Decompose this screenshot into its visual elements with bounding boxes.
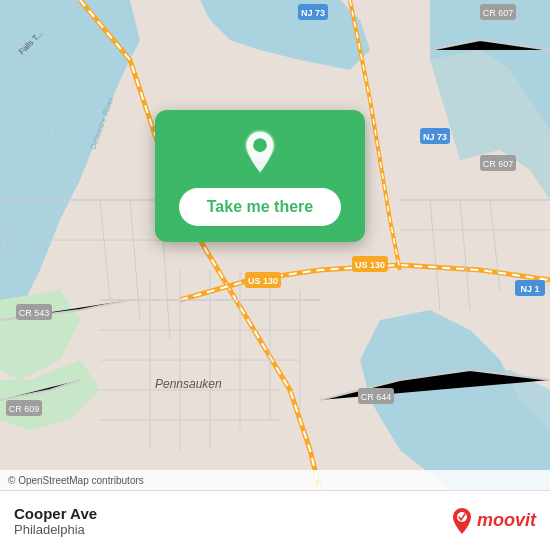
svg-text:CR 607: CR 607: [483, 8, 514, 18]
moovit-logo: moovit: [451, 507, 536, 535]
moovit-brand-name: moovit: [477, 510, 536, 531]
location-name: Cooper Ave: [14, 505, 97, 522]
attribution-text: © OpenStreetMap contributors: [8, 475, 144, 486]
svg-text:CR 543: CR 543: [19, 308, 50, 318]
svg-text:US 130: US 130: [248, 276, 278, 286]
attribution-bar: © OpenStreetMap contributors: [0, 470, 550, 490]
popup-card: Take me there: [155, 110, 365, 242]
svg-text:CR 607: CR 607: [483, 159, 514, 169]
svg-text:NJ 73: NJ 73: [423, 132, 447, 142]
svg-point-49: [253, 138, 267, 152]
map-background: Falls T... Delaware River US 130 US 130 …: [0, 0, 550, 490]
take-me-there-button[interactable]: Take me there: [179, 188, 341, 226]
location-pin-icon: [236, 128, 284, 176]
svg-text:NJ 73: NJ 73: [301, 8, 325, 18]
svg-text:Pennsauken: Pennsauken: [155, 377, 222, 391]
svg-text:US 130: US 130: [355, 260, 385, 270]
location-info: Cooper Ave Philadelphia: [14, 505, 97, 537]
moovit-pin-icon: [451, 507, 473, 535]
svg-text:NJ 1: NJ 1: [520, 284, 539, 294]
bottom-bar: Cooper Ave Philadelphia moovit: [0, 490, 550, 550]
svg-text:CR 644: CR 644: [361, 392, 392, 402]
location-city: Philadelphia: [14, 522, 97, 537]
svg-text:CR 609: CR 609: [9, 404, 40, 414]
map-container: Falls T... Delaware River US 130 US 130 …: [0, 0, 550, 490]
